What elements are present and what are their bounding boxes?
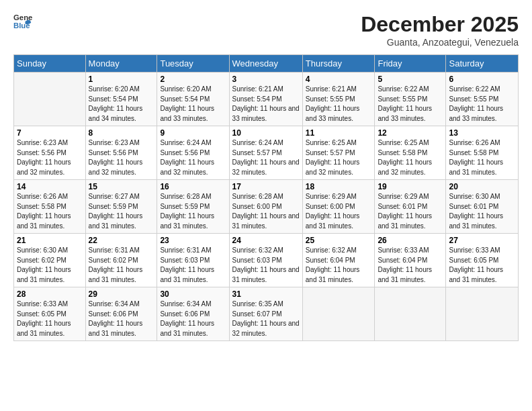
day-number: 19 (378, 182, 443, 191)
header-friday: Friday (375, 55, 446, 73)
day-number: 27 (449, 236, 515, 245)
sunset-text: Sunset: 6:00 PM (232, 203, 282, 210)
daylight-text: Daylight: 11 hours and 32 minutes. (232, 320, 300, 337)
sunrise-text: Sunrise: 6:33 AM (378, 246, 429, 254)
sunrise-text: Sunrise: 6:33 AM (449, 246, 500, 254)
calendar-week-row: 7 Sunrise: 6:23 AM Sunset: 5:56 PM Dayli… (14, 126, 519, 180)
day-info: Sunrise: 6:24 AM Sunset: 5:57 PM Dayligh… (232, 138, 300, 177)
table-row: 22 Sunrise: 6:31 AM Sunset: 6:02 PM Dayl… (85, 234, 157, 287)
sunset-text: Sunset: 5:54 PM (89, 95, 138, 103)
calendar-week-row: 28 Sunrise: 6:33 AM Sunset: 6:05 PM Dayl… (14, 287, 519, 341)
logo-icon: General Blue (13, 12, 32, 31)
sunset-text: Sunset: 5:59 PM (160, 203, 210, 210)
daylight-text: Daylight: 11 hours and 31 minutes. (449, 266, 503, 283)
day-number: 3 (232, 75, 300, 84)
calendar-week-row: 14 Sunrise: 6:26 AM Sunset: 5:58 PM Dayl… (14, 180, 519, 234)
calendar-table: Sunday Monday Tuesday Wednesday Thursday… (13, 54, 519, 341)
sunset-text: Sunset: 5:54 PM (160, 95, 210, 103)
day-number: 21 (17, 236, 83, 245)
daylight-text: Daylight: 11 hours and 31 minutes. (89, 320, 143, 337)
day-info: Sunrise: 6:22 AM Sunset: 5:55 PM Dayligh… (449, 85, 515, 124)
daylight-text: Daylight: 11 hours and 31 minutes. (160, 212, 214, 230)
daylight-text: Daylight: 11 hours and 32 minutes. (232, 158, 300, 176)
sunrise-text: Sunrise: 6:25 AM (378, 139, 429, 146)
day-info: Sunrise: 6:30 AM Sunset: 6:02 PM Dayligh… (17, 246, 83, 285)
day-number: 25 (306, 236, 372, 245)
sunrise-text: Sunrise: 6:34 AM (160, 300, 211, 308)
sunrise-text: Sunrise: 6:20 AM (89, 85, 140, 93)
day-number: 6 (449, 75, 515, 84)
daylight-text: Daylight: 11 hours and 31 minutes. (17, 212, 71, 230)
daylight-text: Daylight: 11 hours and 31 minutes. (449, 158, 503, 176)
day-info: Sunrise: 6:26 AM Sunset: 5:58 PM Dayligh… (449, 138, 515, 177)
day-number: 15 (89, 182, 154, 191)
sunset-text: Sunset: 6:03 PM (160, 257, 210, 264)
daylight-text: Daylight: 11 hours and 32 minutes. (17, 158, 71, 176)
day-info: Sunrise: 6:24 AM Sunset: 5:56 PM Dayligh… (160, 138, 226, 177)
day-info: Sunrise: 6:29 AM Sunset: 6:00 PM Dayligh… (306, 192, 372, 231)
table-row: 23 Sunrise: 6:31 AM Sunset: 6:03 PM Dayl… (157, 234, 229, 287)
daylight-text: Daylight: 11 hours and 31 minutes. (89, 212, 143, 230)
day-number: 8 (89, 128, 154, 138)
sunrise-text: Sunrise: 6:26 AM (449, 139, 500, 146)
calendar-week-row: 21 Sunrise: 6:30 AM Sunset: 6:02 PM Dayl… (14, 234, 519, 287)
table-row: 27 Sunrise: 6:33 AM Sunset: 6:05 PM Dayl… (446, 234, 519, 287)
day-info: Sunrise: 6:33 AM Sunset: 6:05 PM Dayligh… (449, 246, 515, 285)
day-info: Sunrise: 6:35 AM Sunset: 6:07 PM Dayligh… (232, 300, 300, 338)
sunset-text: Sunset: 5:56 PM (89, 149, 138, 156)
sunset-text: Sunset: 6:01 PM (449, 203, 498, 210)
daylight-text: Daylight: 11 hours and 33 minutes. (306, 105, 360, 122)
sunrise-text: Sunrise: 6:35 AM (232, 300, 283, 308)
day-info: Sunrise: 6:30 AM Sunset: 6:01 PM Dayligh… (449, 192, 515, 231)
daylight-text: Daylight: 11 hours and 32 minutes. (160, 158, 214, 176)
sunset-text: Sunset: 6:04 PM (378, 257, 427, 264)
daylight-text: Daylight: 11 hours and 31 minutes. (17, 320, 71, 337)
sunset-text: Sunset: 6:06 PM (89, 310, 138, 318)
day-info: Sunrise: 6:22 AM Sunset: 5:55 PM Dayligh… (378, 85, 443, 124)
table-row: 15 Sunrise: 6:27 AM Sunset: 5:59 PM Dayl… (85, 180, 157, 234)
table-row (302, 287, 375, 341)
table-row: 8 Sunrise: 6:23 AM Sunset: 5:56 PM Dayli… (85, 126, 157, 180)
sunset-text: Sunset: 6:03 PM (232, 257, 282, 264)
day-number: 9 (160, 128, 226, 138)
month-title: December 2025 (361, 12, 519, 37)
day-info: Sunrise: 6:23 AM Sunset: 5:56 PM Dayligh… (89, 138, 154, 177)
sunrise-text: Sunrise: 6:30 AM (17, 246, 68, 254)
sunset-text: Sunset: 6:02 PM (89, 257, 138, 264)
day-number: 26 (378, 236, 443, 245)
table-row: 19 Sunrise: 6:29 AM Sunset: 6:01 PM Dayl… (375, 180, 446, 234)
sunset-text: Sunset: 6:00 PM (306, 203, 355, 210)
header-thursday: Thursday (302, 55, 375, 73)
sunrise-text: Sunrise: 6:33 AM (17, 300, 68, 308)
day-number: 23 (160, 236, 226, 245)
day-info: Sunrise: 6:28 AM Sunset: 5:59 PM Dayligh… (160, 192, 226, 231)
sunset-text: Sunset: 6:05 PM (17, 310, 66, 318)
day-info: Sunrise: 6:21 AM Sunset: 5:54 PM Dayligh… (232, 85, 300, 124)
day-number: 1 (89, 75, 154, 84)
sunset-text: Sunset: 6:06 PM (160, 310, 210, 318)
header-saturday: Saturday (446, 55, 519, 73)
day-info: Sunrise: 6:32 AM Sunset: 6:04 PM Dayligh… (306, 246, 372, 285)
calendar-week-row: 1 Sunrise: 6:20 AM Sunset: 5:54 PM Dayli… (14, 73, 519, 126)
title-block: December 2025 Guanta, Anzoategui, Venezu… (361, 12, 519, 48)
header-sunday: Sunday (14, 55, 86, 73)
table-row: 2 Sunrise: 6:20 AM Sunset: 5:54 PM Dayli… (157, 73, 229, 126)
day-info: Sunrise: 6:27 AM Sunset: 5:59 PM Dayligh… (89, 192, 154, 231)
sunset-text: Sunset: 5:56 PM (17, 149, 66, 156)
daylight-text: Daylight: 11 hours and 33 minutes. (232, 105, 300, 122)
day-number: 12 (378, 128, 443, 138)
day-number: 31 (232, 289, 300, 299)
day-info: Sunrise: 6:33 AM Sunset: 6:04 PM Dayligh… (378, 246, 443, 285)
sunset-text: Sunset: 6:04 PM (306, 257, 355, 264)
daylight-text: Daylight: 11 hours and 33 minutes. (449, 105, 503, 122)
day-info: Sunrise: 6:23 AM Sunset: 5:56 PM Dayligh… (17, 138, 83, 177)
day-info: Sunrise: 6:21 AM Sunset: 5:55 PM Dayligh… (306, 85, 372, 124)
daylight-text: Daylight: 11 hours and 33 minutes. (160, 105, 214, 122)
sunrise-text: Sunrise: 6:28 AM (232, 193, 283, 200)
day-info: Sunrise: 6:34 AM Sunset: 6:06 PM Dayligh… (160, 300, 226, 338)
day-info: Sunrise: 6:31 AM Sunset: 6:02 PM Dayligh… (89, 246, 154, 285)
day-number: 14 (17, 182, 83, 191)
sunrise-text: Sunrise: 6:32 AM (306, 246, 357, 254)
daylight-text: Daylight: 11 hours and 33 minutes. (378, 105, 432, 122)
table-row: 5 Sunrise: 6:22 AM Sunset: 5:55 PM Dayli… (375, 73, 446, 126)
